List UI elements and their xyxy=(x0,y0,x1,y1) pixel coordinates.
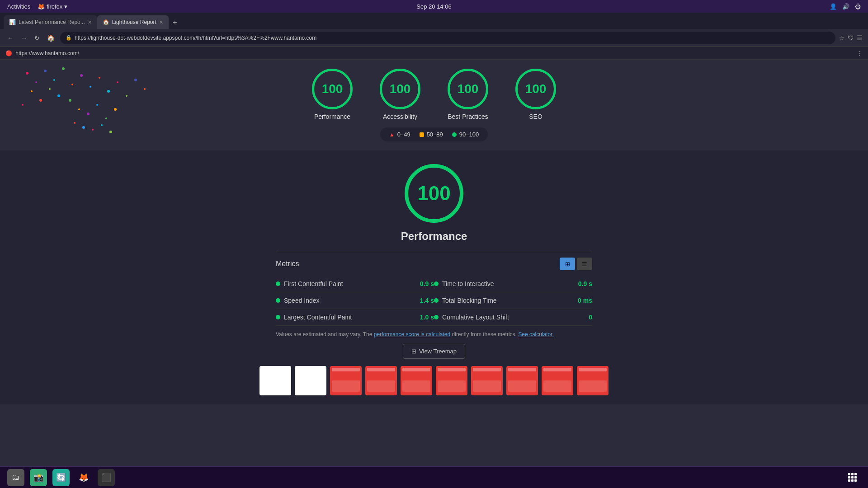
thumb-4 xyxy=(365,366,397,395)
treemap-icon: ⊞ xyxy=(411,348,416,355)
scores-section: 100 Performance 100 Accessibility 100 Be… xyxy=(0,60,868,150)
accessibility-circle: 100 xyxy=(380,69,420,109)
grid-icon: ⊞ xyxy=(565,261,570,267)
metric-tbt: Total Blocking Time 0 ms xyxy=(434,292,592,309)
best-practices-circle: 100 xyxy=(448,69,488,109)
legend-green-label: 90–100 xyxy=(459,131,479,138)
legend-red-label: 0–49 xyxy=(397,131,410,138)
list-view-button[interactable]: ☰ xyxy=(577,258,592,270)
metric-cls: Cumulative Layout Shift 0 xyxy=(434,309,592,326)
svg-point-14 xyxy=(78,108,80,110)
si-name: Speed Index xyxy=(284,297,416,304)
svg-point-29 xyxy=(109,131,112,133)
site-favicon: 🔴 xyxy=(5,50,12,56)
firefox-label[interactable]: 🦊 firefox ▾ xyxy=(38,3,67,10)
svg-point-17 xyxy=(117,81,118,83)
thumb-1 xyxy=(259,366,291,395)
terminal-icon[interactable]: ⬛ xyxy=(98,469,115,486)
sound-icon: 🔊 xyxy=(842,3,849,10)
new-tab-button[interactable]: + xyxy=(169,16,181,29)
scores-row: 100 Performance 100 Accessibility 100 Be… xyxy=(312,69,556,120)
tab2-close[interactable]: ✕ xyxy=(159,19,163,25)
cls-dot xyxy=(434,315,439,319)
tab2-favicon: 🏠 xyxy=(103,19,109,25)
network-icon: 👤 xyxy=(830,3,837,10)
thumb-7 xyxy=(471,366,503,395)
legend-orange: 50–89 xyxy=(420,131,443,138)
svg-point-5 xyxy=(31,90,33,92)
os-bar-time: Sep 20 14:06 xyxy=(416,3,451,10)
si-value: 1.4 s xyxy=(420,297,434,304)
best-practices-label: Best Practices xyxy=(448,113,488,120)
score-performance: 100 Performance xyxy=(312,69,353,120)
view-toggle: ⊞ ☰ xyxy=(560,258,592,270)
tab2-label: Lighthouse Report xyxy=(112,19,156,25)
lcp-name: Largest Contentful Paint xyxy=(284,314,416,321)
metric-lcp: Largest Contentful Paint 1.0 s xyxy=(276,309,434,326)
site-bar: 🔴 https://www.hantamo.com/ ⋮ xyxy=(0,47,868,60)
back-button[interactable]: ← xyxy=(5,33,15,43)
svg-point-28 xyxy=(101,124,103,126)
activities-label[interactable]: Activities xyxy=(7,3,30,10)
big-performance-circle: 100 xyxy=(405,164,463,223)
svg-point-22 xyxy=(96,104,98,106)
tbt-name: Total Blocking Time xyxy=(442,297,574,304)
browser-chrome: 📊 Latest Performance Repo... ✕ 🏠 Lightho… xyxy=(0,13,868,60)
menu-icon[interactable]: ☰ xyxy=(857,34,863,42)
os-bar-left: Activities 🦊 firefox ▾ xyxy=(7,3,67,10)
shield-icon[interactable]: 🛡 xyxy=(848,34,854,42)
score-best-practices: 100 Best Practices xyxy=(448,69,488,120)
os-bar-right: 👤 🔊 ⏻ xyxy=(830,3,861,10)
fcp-name: First Contentful Paint xyxy=(284,280,416,287)
green-app-icon[interactable]: 🔄 xyxy=(52,469,70,486)
tab-lighthouse-report[interactable]: 🏠 Lighthouse Report ✕ xyxy=(97,15,169,29)
tab1-favicon: 📊 xyxy=(9,19,16,25)
thumb-3 xyxy=(330,366,362,395)
svg-point-1 xyxy=(35,81,37,83)
metric-fcp: First Contentful Paint 0.9 s xyxy=(276,276,434,292)
thumb-2 xyxy=(295,366,326,395)
svg-point-0 xyxy=(26,72,28,75)
taskbar: 🗂 📸 🔄 🦊 ⬛ xyxy=(0,466,868,488)
url-bar[interactable]: 🔒 https://lighthouse-dot-webdotdevsite.a… xyxy=(60,32,835,44)
calculator-link[interactable]: See calculator. xyxy=(518,331,554,338)
performance-section: 100 Performance Metrics ⊞ ☰ Fi xyxy=(0,150,868,404)
performance-title: Performance xyxy=(401,230,467,243)
url-text: https://lighthouse-dot-webdotdevsite.app… xyxy=(75,35,316,41)
performance-circle: 100 xyxy=(312,69,353,109)
legend-orange-label: 50–89 xyxy=(427,131,443,138)
bookmark-icon[interactable]: ☆ xyxy=(839,34,845,42)
view-treemap-button[interactable]: ⊞ View Treemap xyxy=(403,344,465,359)
metrics-container: Metrics ⊞ ☰ First Contentful Paint 0.9 s xyxy=(276,252,592,326)
thumb-8 xyxy=(506,366,538,395)
svg-point-16 xyxy=(107,90,110,93)
metrics-title: Metrics xyxy=(276,260,299,268)
lcp-value: 1.0 s xyxy=(420,314,434,321)
apps-grid-button[interactable] xyxy=(844,469,861,486)
tab1-label: Latest Performance Repo... xyxy=(19,19,85,25)
svg-point-18 xyxy=(126,95,127,97)
reload-button[interactable]: ↻ xyxy=(33,33,42,43)
site-menu-icon[interactable]: ⋮ xyxy=(857,50,863,56)
tbt-value: 0 ms xyxy=(578,297,592,304)
list-icon: ☰ xyxy=(582,261,587,267)
perf-score-link[interactable]: performance score is calculated xyxy=(374,331,450,338)
screenshot-icon[interactable]: 📸 xyxy=(30,469,47,486)
tti-name: Time to Interactive xyxy=(442,280,575,287)
thumb-9 xyxy=(542,366,573,395)
cls-name: Cumulative Layout Shift xyxy=(442,314,585,321)
svg-point-15 xyxy=(99,77,100,79)
grid-view-button[interactable]: ⊞ xyxy=(560,258,575,270)
tab1-close[interactable]: ✕ xyxy=(88,19,92,25)
tab-latest-performance[interactable]: 📊 Latest Performance Repo... ✕ xyxy=(4,15,97,29)
firefox-taskbar-icon[interactable]: 🦊 xyxy=(75,469,92,486)
power-icon[interactable]: ⏻ xyxy=(855,3,861,10)
home-button[interactable]: 🏠 xyxy=(45,33,57,43)
svg-point-12 xyxy=(90,86,91,88)
svg-point-21 xyxy=(87,113,90,115)
svg-point-9 xyxy=(22,104,24,106)
tbt-dot xyxy=(434,298,439,303)
forward-button[interactable]: → xyxy=(19,33,29,43)
cls-value: 0 xyxy=(589,314,592,321)
files-icon[interactable]: 🗂 xyxy=(7,469,24,486)
